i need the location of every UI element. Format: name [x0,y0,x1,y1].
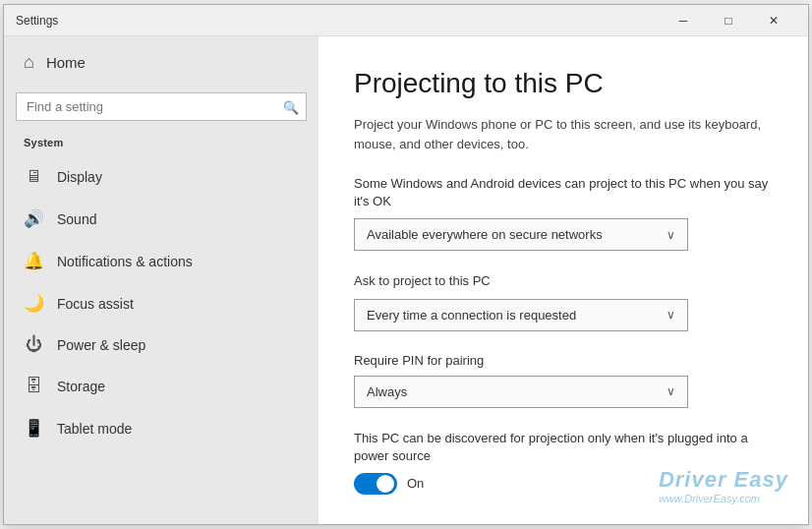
chevron-down-icon: ∨ [667,384,675,398]
projection-availability-dropdown[interactable]: Available everywhere on secure networks … [354,218,688,251]
search-icon: 🔍 [283,99,299,114]
sidebar-item-label: Storage [57,379,105,394]
page-title: Projecting to this PC [354,68,773,99]
sidebar-item-focus[interactable]: 🌙 Focus assist [4,282,319,324]
content-area: ⌂ Home 🔍 System 🖥 Display 🔊 Sound 🔔 Noti… [4,36,808,524]
section1-label: Some Windows and Android devices can pro… [354,175,773,210]
settings-window: Settings ─ □ ✕ ⌂ Home 🔍 System 🖥 Display [3,4,809,525]
titlebar: Settings ─ □ ✕ [4,5,808,36]
sidebar-home-label: Home [46,54,86,71]
sidebar-item-label: Tablet mode [57,421,132,437]
sidebar-item-label: Focus assist [57,296,134,312]
sidebar-item-label: Display [57,169,102,185]
sidebar-search-container: 🔍 [16,92,307,121]
power-source-toggle[interactable] [354,473,397,495]
section1-block: Some Windows and Android devices can pro… [354,175,773,251]
sidebar-item-tablet[interactable]: 📱 Tablet mode [4,407,319,449]
sidebar-home-item[interactable]: ⌂ Home [4,36,319,88]
tablet-icon: 📱 [24,418,43,439]
chevron-down-icon: ∨ [667,308,675,322]
section3-block: Require PIN for pairing Always ∨ [354,353,773,408]
dropdown3-value: Always [367,384,407,399]
sidebar-item-storage[interactable]: 🗄 Storage [4,366,319,407]
sidebar-item-display[interactable]: 🖥 Display [4,156,319,198]
ask-to-project-dropdown[interactable]: Every time a connection is requested ∨ [354,299,688,331]
sidebar-item-label: Notifications & actions [57,254,193,269]
toggle-knob [377,475,394,493]
sidebar-item-power[interactable]: ⏻ Power & sleep [4,324,319,366]
chevron-down-icon: ∨ [667,228,675,242]
page-description: Project your Windows phone or PC to this… [354,115,773,153]
dropdown1-value: Available everywhere on secure networks [367,227,603,242]
sidebar-section-title: System [4,133,319,156]
sidebar-item-sound[interactable]: 🔊 Sound [4,198,319,240]
main-content: Projecting to this PC Project your Windo… [319,36,808,524]
section2-block: Ask to project to this PC Every time a c… [354,272,773,330]
display-icon: 🖥 [24,167,43,187]
toggle-row: On [354,473,773,495]
focus-icon: 🌙 [24,293,43,314]
toggle-state-label: On [407,476,424,491]
window-title: Settings [16,14,661,28]
window-controls: ─ □ ✕ [661,5,796,36]
power-source-label: This PC can be discovered for projection… [354,430,773,465]
minimize-button[interactable]: ─ [661,5,706,36]
section2-label: Ask to project to this PC [354,272,773,290]
sidebar-item-label: Sound [57,211,96,227]
section3-label: Require PIN for pairing [354,353,773,368]
home-icon: ⌂ [24,52,34,73]
maximize-button[interactable]: □ [706,5,751,36]
power-source-block: This PC can be discovered for projection… [354,430,773,495]
search-input[interactable] [16,92,307,121]
notifications-icon: 🔔 [24,251,43,271]
storage-icon: 🗄 [24,377,43,396]
dropdown2-value: Every time a connection is requested [367,308,576,323]
close-button[interactable]: ✕ [751,5,796,36]
sidebar: ⌂ Home 🔍 System 🖥 Display 🔊 Sound 🔔 Noti… [4,36,319,524]
pin-dropdown[interactable]: Always ∨ [354,376,688,408]
main-wrapper: Projecting to this PC Project your Windo… [319,36,808,524]
sidebar-item-label: Power & sleep [57,337,145,353]
sidebar-item-notifications[interactable]: 🔔 Notifications & actions [4,240,319,282]
power-icon: ⏻ [24,335,43,355]
sound-icon: 🔊 [24,208,43,229]
